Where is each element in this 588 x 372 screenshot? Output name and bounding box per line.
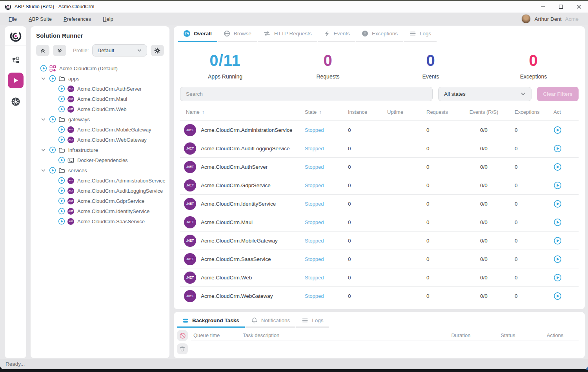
- play-icon[interactable]: [58, 187, 65, 194]
- col-instance[interactable]: Instance: [346, 109, 385, 115]
- col-state[interactable]: State↑: [305, 109, 346, 115]
- exceptions-value: 0: [508, 275, 549, 281]
- profile-select[interactable]: Default: [92, 44, 147, 57]
- col-name[interactable]: Name↑: [180, 109, 305, 115]
- bottom-tabs: Background Tasks Notifications Logs: [174, 314, 585, 328]
- tree-item-app[interactable]: .NET Acme.CloudCrm.WebGateway: [36, 135, 164, 145]
- collapse-chevron-icon[interactable]: [41, 117, 46, 122]
- terminal-icon: [67, 157, 74, 164]
- close-button[interactable]: [570, 1, 588, 13]
- collapse-chevron-icon[interactable]: [41, 148, 46, 153]
- menu-help[interactable]: Help: [103, 16, 113, 22]
- maximize-button[interactable]: [552, 1, 570, 13]
- solution-tree: Acme.CloudCrm (Default) apps .NET Acme.C…: [36, 63, 164, 226]
- instance-value: 0: [346, 127, 385, 133]
- play-icon[interactable]: [58, 136, 65, 143]
- play-icon[interactable]: [58, 85, 65, 92]
- play-icon[interactable]: [49, 167, 56, 174]
- user-area[interactable]: Arthur Dent Acme: [521, 14, 588, 24]
- start-app-button[interactable]: [553, 200, 562, 208]
- col-events[interactable]: Events (R/S): [459, 109, 508, 115]
- tab-background-tasks[interactable]: Background Tasks: [177, 314, 245, 328]
- dotnet-icon: .NET: [67, 137, 74, 143]
- start-app-button[interactable]: [553, 292, 562, 300]
- tree-item-folder[interactable]: apps: [36, 73, 164, 84]
- cancel-tasks-button[interactable]: [177, 330, 188, 341]
- tree-item-app[interactable]: .NET Acme.CloudCrm.SaasService: [36, 216, 164, 226]
- tree-item-folder[interactable]: gateways: [36, 114, 164, 124]
- tab-browse[interactable]: Browse: [218, 26, 257, 42]
- expand-all-button[interactable]: [53, 45, 66, 56]
- collapse-all-button[interactable]: [36, 45, 49, 56]
- instance-value: 0: [346, 201, 385, 207]
- start-app-button[interactable]: [553, 218, 562, 226]
- col-uptime[interactable]: Uptime: [385, 109, 424, 115]
- play-icon[interactable]: [58, 126, 65, 133]
- solution-explorer-icon[interactable]: [12, 56, 20, 64]
- play-icon[interactable]: [58, 177, 65, 184]
- clear-filters-button[interactable]: Clear Filters: [537, 87, 579, 101]
- start-app-button[interactable]: [553, 255, 562, 263]
- tree-item-app[interactable]: .NET Acme.CloudCrm.GdprService: [36, 196, 164, 206]
- play-icon[interactable]: [58, 106, 65, 113]
- tab-exceptions[interactable]: Exceptions: [356, 26, 403, 42]
- play-icon[interactable]: [58, 95, 65, 102]
- play-icon[interactable]: [49, 116, 56, 123]
- play-icon[interactable]: [58, 218, 65, 225]
- col-exceptions[interactable]: Exceptions: [508, 109, 549, 115]
- dotnet-icon: .NET: [184, 216, 196, 228]
- tree-item-app[interactable]: .NET Acme.CloudCrm.Maui: [36, 94, 164, 104]
- col-requests[interactable]: Requests: [424, 109, 459, 115]
- instance-value: 0: [346, 219, 385, 225]
- play-icon[interactable]: [49, 146, 56, 153]
- start-app-button[interactable]: [553, 163, 562, 171]
- start-app-button[interactable]: [553, 181, 562, 190]
- collapse-chevron-icon[interactable]: [41, 76, 46, 81]
- app-window: ABP Studio (Beta) - Acme.CloudCrm File A…: [0, 1, 588, 369]
- solution-runner-button[interactable]: [8, 73, 24, 88]
- requests-value: 0: [424, 293, 459, 299]
- tab-overall[interactable]: Overall: [178, 26, 217, 42]
- dotnet-icon: .NET: [67, 86, 74, 92]
- start-app-button[interactable]: [553, 144, 562, 153]
- play-icon[interactable]: [58, 157, 65, 164]
- kubernetes-icon[interactable]: [11, 97, 20, 106]
- tree-item-root[interactable]: Acme.CloudCrm (Default): [36, 63, 164, 73]
- tree-item-folder[interactable]: infrastructure: [36, 145, 164, 155]
- tab-http-requests[interactable]: HTTP Requests: [258, 26, 317, 42]
- menu-preferences[interactable]: Preferences: [64, 16, 91, 22]
- minimize-button[interactable]: [534, 1, 552, 13]
- clear-tasks-button[interactable]: [177, 343, 188, 354]
- solution-runner-panel: Solution Runner Profile: Default Acme.Cl…: [31, 26, 169, 358]
- menu-file[interactable]: File: [9, 16, 17, 22]
- dotnet-icon: .NET: [67, 126, 74, 133]
- tree-item-docker[interactable]: Docker-Dependencies: [36, 155, 164, 165]
- menu-abp-suite[interactable]: ABP Suite: [29, 16, 52, 22]
- tree-item-app[interactable]: .NET Acme.CloudCrm.AdministrationService: [36, 175, 164, 186]
- col-queue-time: Queue time: [191, 332, 240, 338]
- instance-value: 0: [346, 256, 385, 262]
- start-app-button[interactable]: [553, 237, 562, 245]
- search-input[interactable]: [180, 87, 433, 101]
- runner-settings-button[interactable]: [151, 45, 164, 56]
- tab-events[interactable]: Events: [318, 26, 355, 42]
- start-app-button[interactable]: [553, 274, 562, 282]
- tree-item-app[interactable]: .NET Acme.CloudCrm.MobileGateway: [36, 124, 164, 135]
- collapse-chevron-icon[interactable]: [41, 168, 46, 173]
- tab-bottom-logs[interactable]: Logs: [296, 314, 329, 328]
- play-icon[interactable]: [58, 197, 65, 204]
- state-filter-select[interactable]: All states: [438, 87, 532, 101]
- play-icon[interactable]: [49, 75, 56, 82]
- tab-notifications[interactable]: Notifications: [246, 314, 296, 328]
- tree-item-folder[interactable]: services: [36, 165, 164, 175]
- instance-value: 0: [346, 238, 385, 244]
- start-app-button[interactable]: [553, 126, 562, 134]
- tab-logs[interactable]: Logs: [404, 26, 437, 42]
- play-icon[interactable]: [40, 65, 47, 72]
- play-icon[interactable]: [58, 208, 65, 215]
- dotnet-icon: .NET: [67, 106, 74, 113]
- tree-item-app[interactable]: .NET Acme.CloudCrm.Web: [36, 104, 164, 114]
- tree-item-app[interactable]: .NET Acme.CloudCrm.IdentityService: [36, 206, 164, 216]
- tree-item-app[interactable]: .NET Acme.CloudCrm.AuditLoggingService: [36, 186, 164, 196]
- tree-item-app[interactable]: .NET Acme.CloudCrm.AuthServer: [36, 84, 164, 94]
